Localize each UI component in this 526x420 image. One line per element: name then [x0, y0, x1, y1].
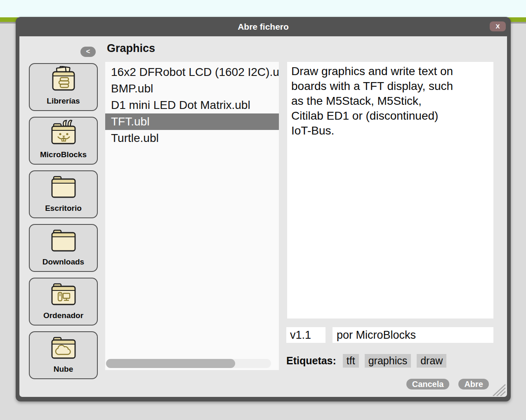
horizontal-scrollbar[interactable]: [106, 359, 271, 368]
computer-folder-icon: [50, 281, 77, 306]
description-line: as the M5Stack, M5Stick,: [291, 94, 489, 109]
microblocks-folder-icon: [50, 120, 77, 145]
file-row[interactable]: D1 mini LED Dot Matrix.ubl: [105, 97, 279, 113]
file-list: 16x2 DFRobot LCD (1602 I2C).ubl BMP.ubl …: [105, 62, 279, 370]
back-button[interactable]: <: [80, 47, 96, 57]
sidebar-item-label: Ordenador: [30, 311, 97, 320]
sidebar-item-label: Downloads: [30, 257, 97, 267]
file-row[interactable]: Turtle.ubl: [105, 130, 279, 146]
page: { "colors": { "accent_green": "#8CAE1D",…: [0, 0, 526, 420]
file-row[interactable]: BMP.ubl: [105, 80, 279, 97]
tag-tft[interactable]: tft: [343, 354, 359, 368]
close-button[interactable]: X: [490, 21, 506, 31]
resize-grip-icon[interactable]: [491, 384, 506, 396]
downloads-folder-icon: [50, 227, 77, 252]
dialog-title: Abre fichero: [16, 17, 511, 36]
library-description: Draw graphics and write text on boards w…: [287, 62, 493, 319]
sidebar-item-microblocks[interactable]: MicroBlocks: [29, 117, 98, 165]
sidebar-item-libraries[interactable]: Librerías: [29, 63, 98, 111]
sidebar-item-desktop[interactable]: Escritorio: [29, 170, 98, 218]
sidebar-item-label: Nube: [30, 365, 97, 374]
open-file-dialog: Abre fichero X < Graphics Librerías: [16, 17, 511, 401]
description-line: Draw graphics and write text on: [291, 64, 489, 79]
tag-draw[interactable]: draw: [417, 354, 446, 368]
description-line: IoT-Bus.: [291, 123, 489, 138]
author-field: por MicroBlocks: [333, 327, 493, 343]
file-row-selected[interactable]: TFT.ubl: [105, 113, 279, 130]
folder-heading: Graphics: [107, 42, 155, 55]
sidebar-item-label: Escritorio: [30, 204, 97, 213]
tags-label: Etiquetas:: [286, 355, 336, 367]
cancel-button[interactable]: Cancela: [406, 379, 450, 389]
description-line: boards with a TFT display, such: [291, 79, 489, 94]
sidebar-item-cloud[interactable]: Nube: [29, 331, 98, 379]
libraries-folder-icon: [50, 66, 77, 92]
sidebar-item-computer[interactable]: Ordenador: [29, 278, 98, 326]
sidebar-item-downloads[interactable]: Downloads: [29, 224, 98, 272]
scrollbar-thumb[interactable]: [106, 359, 235, 368]
dialog-titlebar[interactable]: Abre fichero X: [16, 17, 511, 36]
file-row[interactable]: 16x2 DFRobot LCD (1602 I2C).ubl: [105, 64, 279, 80]
tag-graphics[interactable]: graphics: [365, 354, 411, 368]
version-field: v1.1: [286, 327, 326, 343]
desktop-folder-icon: [50, 173, 77, 199]
sidebar-item-label: Librerías: [30, 97, 97, 106]
sidebar-item-label: MicroBlocks: [30, 150, 97, 159]
cloud-folder-icon: [50, 334, 77, 360]
dialog-content: < Graphics Librerías: [19, 36, 507, 397]
open-button[interactable]: Abre: [458, 379, 489, 389]
app-top-strip: [0, 0, 526, 17]
description-line: Citilab ED1 or (discontinued): [291, 109, 489, 123]
tags-row: Etiquetas: tft graphics draw: [286, 354, 446, 368]
dialog-actions: Cancela Abre: [406, 379, 489, 389]
